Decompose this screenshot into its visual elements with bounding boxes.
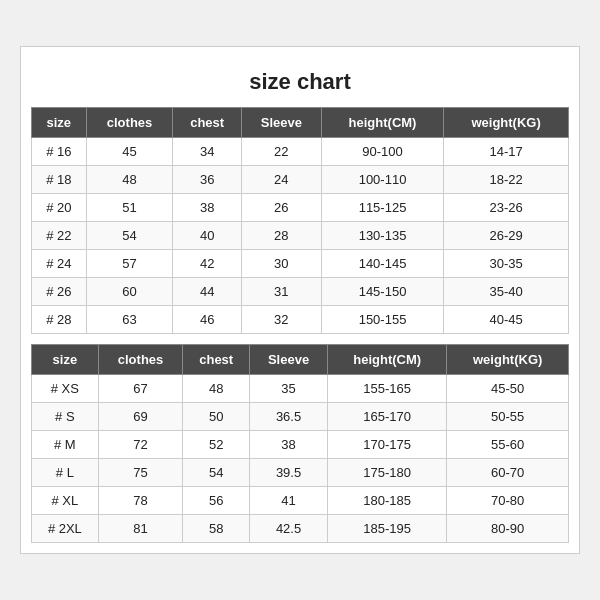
table2-header-cell: Sleeve	[250, 345, 328, 375]
table-cell: 41	[250, 487, 328, 515]
table-cell: 38	[250, 431, 328, 459]
table2-header-cell: height(CM)	[328, 345, 447, 375]
table-cell: 58	[183, 515, 250, 543]
table-cell: 67	[98, 375, 183, 403]
table-cell: 57	[86, 250, 173, 278]
table-cell: # 2XL	[32, 515, 99, 543]
table-cell: 69	[98, 403, 183, 431]
table-cell: 145-150	[321, 278, 443, 306]
table-cell: 155-165	[328, 375, 447, 403]
table-cell: 51	[86, 194, 173, 222]
size-table-children: sizeclotheschestSleeveheight(CM)weight(K…	[31, 107, 569, 334]
table-cell: 56	[183, 487, 250, 515]
table-cell: 36	[173, 166, 241, 194]
table2-header-cell: chest	[183, 345, 250, 375]
table-row: # 28634632150-15540-45	[32, 306, 569, 334]
table-cell: 26	[241, 194, 321, 222]
table-row: # 26604431145-15035-40	[32, 278, 569, 306]
table-cell: 78	[98, 487, 183, 515]
table-cell: 34	[173, 138, 241, 166]
table-cell: 72	[98, 431, 183, 459]
table-cell: 60	[86, 278, 173, 306]
table-cell: 115-125	[321, 194, 443, 222]
table1-header-row: sizeclotheschestSleeveheight(CM)weight(K…	[32, 108, 569, 138]
table-cell: 80-90	[447, 515, 569, 543]
table-cell: 40	[173, 222, 241, 250]
table2-header-cell: size	[32, 345, 99, 375]
table-row: # 24574230140-14530-35	[32, 250, 569, 278]
table1-header-cell: clothes	[86, 108, 173, 138]
size-chart-container: size chart sizeclotheschestSleeveheight(…	[20, 46, 580, 554]
table-cell: 63	[86, 306, 173, 334]
table-cell: # XS	[32, 375, 99, 403]
table-cell: # M	[32, 431, 99, 459]
table-row: # XS674835155-16545-50	[32, 375, 569, 403]
table-cell: 31	[241, 278, 321, 306]
table-cell: 90-100	[321, 138, 443, 166]
table-cell: 24	[241, 166, 321, 194]
table-row: # 20513826115-12523-26	[32, 194, 569, 222]
table-cell: 150-155	[321, 306, 443, 334]
table-cell: 18-22	[444, 166, 569, 194]
table-row: # S695036.5165-17050-55	[32, 403, 569, 431]
table1-header-cell: size	[32, 108, 87, 138]
table-row: # M725238170-17555-60	[32, 431, 569, 459]
table-cell: 165-170	[328, 403, 447, 431]
table-cell: 60-70	[447, 459, 569, 487]
table-cell: # 28	[32, 306, 87, 334]
table-cell: # 18	[32, 166, 87, 194]
table-cell: 140-145	[321, 250, 443, 278]
table1-header-cell: Sleeve	[241, 108, 321, 138]
table-cell: # 24	[32, 250, 87, 278]
table-row: # 1645342290-10014-17	[32, 138, 569, 166]
table-cell: 44	[173, 278, 241, 306]
table-cell: 180-185	[328, 487, 447, 515]
table-cell: 75	[98, 459, 183, 487]
table-cell: # L	[32, 459, 99, 487]
table-cell: 50	[183, 403, 250, 431]
table-cell: # S	[32, 403, 99, 431]
table-cell: 54	[86, 222, 173, 250]
table2-header-cell: weight(KG)	[447, 345, 569, 375]
table-cell: 130-135	[321, 222, 443, 250]
table-cell: 42	[173, 250, 241, 278]
table-cell: 35	[250, 375, 328, 403]
table-cell: 45	[86, 138, 173, 166]
table1-header-cell: chest	[173, 108, 241, 138]
table-cell: # 20	[32, 194, 87, 222]
table-cell: 175-180	[328, 459, 447, 487]
table-cell: 46	[173, 306, 241, 334]
table-row: # 2XL815842.5185-19580-90	[32, 515, 569, 543]
table-cell: 170-175	[328, 431, 447, 459]
table-cell: 36.5	[250, 403, 328, 431]
table-cell: 54	[183, 459, 250, 487]
table-cell: 100-110	[321, 166, 443, 194]
table-cell: 48	[86, 166, 173, 194]
table-cell: 50-55	[447, 403, 569, 431]
table-cell: 48	[183, 375, 250, 403]
table-cell: # 26	[32, 278, 87, 306]
table2-header-row: sizeclotheschestSleeveheight(CM)weight(K…	[32, 345, 569, 375]
table-cell: 42.5	[250, 515, 328, 543]
table-cell: 30	[241, 250, 321, 278]
table-row: # XL785641180-18570-80	[32, 487, 569, 515]
table-cell: 14-17	[444, 138, 569, 166]
table-cell: 35-40	[444, 278, 569, 306]
table-row: # L755439.5175-18060-70	[32, 459, 569, 487]
table-cell: # 22	[32, 222, 87, 250]
table-cell: 23-26	[444, 194, 569, 222]
table-cell: 26-29	[444, 222, 569, 250]
table-row: # 22544028130-13526-29	[32, 222, 569, 250]
table-cell: 81	[98, 515, 183, 543]
size-table-adults: sizeclotheschestSleeveheight(CM)weight(K…	[31, 344, 569, 543]
table-cell: 70-80	[447, 487, 569, 515]
table-cell: 30-35	[444, 250, 569, 278]
chart-title: size chart	[31, 57, 569, 107]
table-cell: 45-50	[447, 375, 569, 403]
table-cell: 32	[241, 306, 321, 334]
table-cell: 22	[241, 138, 321, 166]
table-cell: 39.5	[250, 459, 328, 487]
table1-header-cell: height(CM)	[321, 108, 443, 138]
table1-header-cell: weight(KG)	[444, 108, 569, 138]
table-row: # 18483624100-11018-22	[32, 166, 569, 194]
